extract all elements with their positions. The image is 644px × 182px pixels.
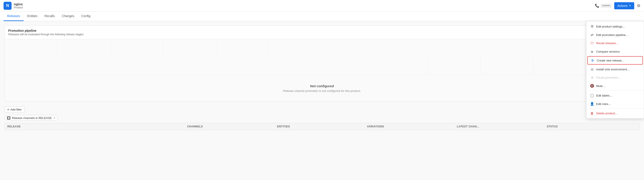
actions-button[interactable]: Actions ▼ <box>614 2 634 9</box>
tab-changes[interactable]: Changes <box>58 11 78 21</box>
phone-icon: 📞 <box>595 3 599 8</box>
menu-item-recall-releases[interactable]: 🛡 Recall releases… <box>586 39 644 47</box>
menu-label-create-new-release: Create new release… <box>597 59 625 62</box>
pipeline-card: Promotion pipeline Releases will be eval… <box>4 25 640 102</box>
pipeline-header: Promotion pipeline Releases will be eval… <box>5 26 639 39</box>
menu-label-recall-releases: Recall releases… <box>596 41 619 45</box>
menu-label-edit-promotion-pipeline: Edit promotion pipeline… <box>596 33 628 37</box>
tab-config[interactable]: Config <box>78 11 94 21</box>
filter-bar: ≡ Add filter La <box>4 106 640 113</box>
col-latest-chan: LATEST CHAN... <box>457 125 547 128</box>
menu-item-create-new-release[interactable]: ⊕ Create new release… <box>587 56 643 65</box>
chip-close-button[interactable]: × <box>54 116 55 120</box>
filter-chips: 🔲 Release channels is RELEASE × <box>4 115 640 121</box>
app-header: N nginx Product 📞 •••••••• Actions ▼ ⚙ <box>0 0 644 11</box>
main-content: Promotion pipeline Releases will be eval… <box>0 21 644 180</box>
col-status: STATUS <box>547 125 637 128</box>
menu-label-pause-promotion: Pause promotion… <box>596 76 621 79</box>
app-logo: N <box>4 2 12 10</box>
menu-item-delete-product[interactable]: 🗑 Delete product… <box>586 109 644 117</box>
menu-item-mute[interactable]: 🔇 Mute… <box>586 82 644 90</box>
mute-icon: 🔇 <box>590 84 594 88</box>
pipeline-title: Promotion pipeline <box>8 29 636 32</box>
app-title-group: nginx Product <box>14 2 23 9</box>
menu-item-edit-promotion-pipeline[interactable]: ⇄ Edit promotion pipeline… <box>586 31 644 39</box>
logo-letter: N <box>6 3 9 8</box>
menu-label-mute: Mute… <box>596 84 606 88</box>
tab-recalls[interactable]: Recalls <box>41 11 58 21</box>
menu-label-compare-versions: Compare versions <box>596 50 620 53</box>
chip-text: Release channels is RELEASE <box>12 116 52 120</box>
menu-label-delete-product: Delete product… <box>596 112 618 115</box>
pause-icon: ⏸ <box>590 76 594 79</box>
app-subtitle: Product <box>14 6 23 9</box>
not-configured-title: Not configured <box>310 84 334 88</box>
menu-item-compare-versions[interactable]: ≣ Compare versions <box>586 47 644 56</box>
menu-item-edit-product-settings[interactable]: ⚙ Edit product settings… <box>586 22 644 31</box>
filter-icon: ≡ <box>7 108 9 111</box>
menu-item-install-onto-environment[interactable]: ◎ Install onto environment… <box>586 65 644 73</box>
tab-releases[interactable]: Releases <box>4 11 24 21</box>
tab-entities[interactable]: Entities <box>24 11 41 21</box>
col-release: RELEASE <box>7 125 187 128</box>
col-channels: CHANNELS <box>187 125 277 128</box>
nav-tabs: Releases Entities Recalls Changes Config <box>0 11 644 21</box>
col-variations: VARIATIONS <box>367 125 457 128</box>
menu-item-edit-roles[interactable]: 👤 Edit roles… <box>586 100 644 108</box>
col-entities: ENTITIES <box>277 125 367 128</box>
actions-caret: ▼ <box>629 4 631 7</box>
pipeline-body: Not configured Release channel promotion… <box>5 75 639 102</box>
settings-icon[interactable]: ⚙ <box>637 3 640 8</box>
roles-icon: 👤 <box>590 102 594 106</box>
pipeline-subtitle: Releases will be evaluated through the f… <box>8 33 636 36</box>
menu-label-edit-labels: Edit labels… <box>596 94 612 97</box>
add-filter-button[interactable]: ≡ Add filter <box>4 106 25 113</box>
menu-item-edit-labels[interactable]: ◯ Edit labels… <box>586 91 644 100</box>
pipeline-icon: ⇄ <box>590 33 594 37</box>
menu-label-edit-product-settings: Edit product settings… <box>596 25 625 28</box>
gear-icon: ⚙ <box>590 24 594 28</box>
shield-icon: 🛡 <box>590 41 594 45</box>
labels-icon: ◯ <box>590 93 594 97</box>
install-icon: ◎ <box>590 67 594 71</box>
menu-item-pause-promotion: ⏸ Pause promotion… <box>586 73 644 82</box>
actions-label: Actions <box>617 4 628 7</box>
compare-icon: ≣ <box>590 49 594 53</box>
create-icon: ⊕ <box>590 58 594 62</box>
divider-2 <box>586 109 644 109</box>
phone-number: •••••••• <box>601 4 612 8</box>
trash-icon: 🗑 <box>590 111 594 115</box>
divider-1 <box>586 91 644 91</box>
phone-group: 📞 •••••••• <box>595 3 612 8</box>
menu-label-edit-roles: Edit roles… <box>596 102 611 106</box>
add-filter-label: Add filter <box>10 108 22 111</box>
not-configured-sub: Release channel promotion is not configu… <box>283 89 361 93</box>
filter-chip-release-channels: 🔲 Release channels is RELEASE × <box>4 115 58 121</box>
dropdown-menu: ⚙ Edit product settings… ⇄ Edit promotio… <box>586 21 644 119</box>
table-header: RELEASE CHANNELS ENTITIES VARIATIONS LAT… <box>4 123 640 130</box>
app-name: nginx <box>14 2 23 6</box>
chip-icon: 🔲 <box>7 116 10 120</box>
menu-label-install-onto-environment: Install onto environment… <box>596 68 630 71</box>
